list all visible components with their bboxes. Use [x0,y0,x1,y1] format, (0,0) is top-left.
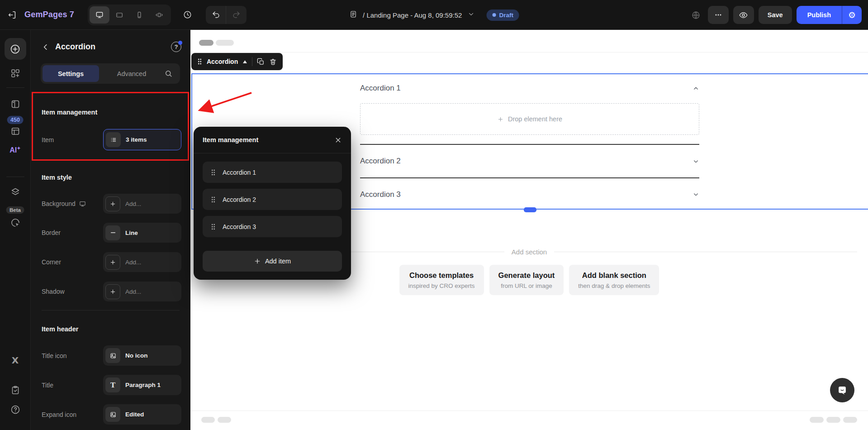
preview-button[interactable] [733,6,754,24]
choose-templates-card[interactable]: Choose templates inspired by CRO experts [399,265,484,295]
close-icon[interactable] [334,136,342,144]
duplicate-icon[interactable] [257,58,265,66]
item-count-button[interactable]: 3 items [103,129,181,150]
templates-icon[interactable] [10,126,21,137]
shadow-add-button[interactable]: Add... [103,282,181,301]
gempages-editor: GemPages 7 [0,0,868,430]
accordion-item-title: Accordion 2 [360,157,401,166]
text-icon: T [105,377,120,392]
layers-icon[interactable] [10,186,21,197]
drag-handle-icon[interactable] [211,169,216,176]
select-parent-icon[interactable] [242,60,247,64]
popup-title: Item management [203,136,258,143]
item-row-label: Accordion 2 [223,196,256,203]
tablet-view-icon[interactable] [109,6,129,24]
image-icon [105,348,120,363]
history-icon[interactable] [183,10,192,19]
panel-header: Accordion ? [42,42,181,52]
background-add-button[interactable]: Add... [103,194,181,214]
publish-group: Publish ⚙ [797,6,862,24]
popup-header: Item management [194,127,351,153]
tab-advanced[interactable]: Advanced [99,70,164,77]
desktop-view-icon[interactable] [90,6,109,24]
accordion-item-3-header[interactable]: Accordion 3 [360,178,699,210]
responsive-view-icon[interactable] [149,6,169,24]
expand-icon-button[interactable]: Edited [103,404,181,425]
breadcrumb: / Landing Page - Aug 8, 09:59:52 [363,11,462,19]
corner-value: Add... [125,259,141,266]
accordion-item-row-1[interactable]: Accordion 1 [203,162,342,183]
popup-body: Accordion 1 Accordion 2 Accordion 3 Add … [194,153,351,279]
chevron-down-icon [693,191,699,198]
drag-handle-icon[interactable] [211,223,216,230]
tab-settings[interactable]: Settings [43,65,99,82]
card-title: Add blank section [578,271,650,280]
interaction-tracking-icon[interactable] [10,217,21,228]
help-icon[interactable] [10,404,21,415]
back-icon[interactable] [42,43,50,51]
status-badge-label: Draft [499,12,513,19]
chevron-down-icon [467,10,474,19]
add-element-icon[interactable] [5,38,26,60]
undo-icon[interactable] [206,6,226,24]
mobile-view-icon[interactable] [129,6,149,24]
drag-handle-icon[interactable] [197,58,202,65]
save-button[interactable]: Save [759,6,792,24]
divider-line [554,252,857,252]
drag-handle-icon[interactable] [211,196,216,203]
settings-panel: Accordion ? Settings Advanced Item manag… [31,30,190,430]
redo-icon[interactable] [226,6,247,24]
support-chat-button[interactable] [830,378,854,402]
draft-dot [492,13,496,17]
title-button[interactable]: T Paragraph 1 [103,375,181,395]
drop-element-zone[interactable]: Drop element here [360,103,699,135]
panel-help-icon[interactable]: ? [171,42,181,52]
page-selector[interactable]: / Landing Page - Aug 8, 09:59:52 Draft [349,0,519,30]
ai-assistant-icon[interactable]: AI✦ [9,146,20,154]
selected-element-label[interactable]: Accordion [207,58,238,65]
accordion-item-2-header[interactable]: Accordion 2 [360,145,699,178]
selection-resize-handle[interactable] [524,207,536,212]
panel-title: Accordion [55,42,95,52]
topbar: GemPages 7 [0,0,868,30]
toolbar-divider [252,57,252,66]
title-icon-label: Title icon [42,345,67,366]
add-item-button[interactable]: Add item [203,251,342,272]
border-button[interactable]: Line [103,223,181,243]
card-subtitle: from URL or image [498,282,555,289]
skeleton-pill [826,417,840,423]
more-options-button[interactable] [708,6,729,24]
rail-divider [6,177,24,177]
topbar-right: Save Publish ⚙ [691,0,862,30]
item-management-heading: Item management [42,109,97,116]
delete-icon[interactable] [269,58,277,66]
background-label: Background [42,194,86,214]
chevron-up-icon [693,85,699,92]
search-icon[interactable] [164,69,178,78]
sections-library-icon[interactable] [10,68,21,79]
changelog-icon[interactable] [10,385,21,396]
chat-icon [835,383,849,397]
accordion-element: Accordion 1 Drop element here Accordion … [360,73,699,210]
accordion-item-row-3[interactable]: Accordion 3 [203,216,342,237]
globe-icon[interactable] [691,10,701,20]
title-icon-button[interactable]: No icon [103,345,181,366]
publish-button[interactable]: Publish [797,6,842,24]
shadow-label: Shadow [42,282,65,301]
accordion-item-1-header[interactable]: Accordion 1 [360,73,699,103]
pages-icon[interactable] [10,99,21,110]
corner-add-button[interactable]: Add... [103,252,181,272]
add-blank-section-card[interactable]: Add blank section then drag & drop eleme… [569,265,659,295]
accordion-item-title: Accordion 1 [360,84,401,93]
item-row-label: Accordion 3 [223,223,256,230]
corner-label: Corner [42,252,61,272]
exit-editor-icon[interactable] [7,10,17,20]
accordion-item-1-body: Drop element here [360,103,699,145]
accordion-item-row-2[interactable]: Accordion 2 [203,189,342,210]
topbar-left: GemPages 7 [7,5,247,25]
generate-layout-card[interactable]: Generate layout from URL or image [489,265,564,295]
page-footer-skeleton [190,411,868,430]
x-social-icon[interactable]: X [12,355,19,366]
app-logo[interactable]: GemPages 7 [24,10,74,19]
publish-settings-gear-icon[interactable]: ⚙ [842,6,862,24]
